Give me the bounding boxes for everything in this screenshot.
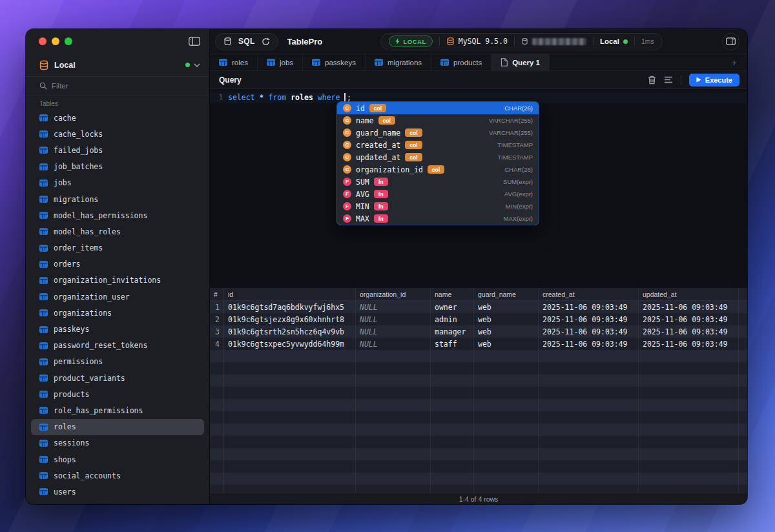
cell-updated_at[interactable]: 2025-11-06 09:03:49: [639, 301, 739, 313]
cell-num[interactable]: 4: [210, 338, 224, 350]
sidebar-item-products[interactable]: products: [31, 386, 204, 402]
cell-name[interactable]: owner: [431, 301, 474, 313]
cell-id[interactable]: 01k9c6gtsxpec5yvwydd64h99m: [224, 338, 356, 350]
column-header-name[interactable]: name: [431, 288, 474, 300]
tab-jobs[interactable]: jobs: [258, 54, 303, 70]
autocomplete-item-min[interactable]: FMINfnMIN(expr): [337, 200, 539, 212]
sidebar-item-permissions[interactable]: permissions: [31, 354, 204, 370]
autocomplete-item-guard_name[interactable]: Cguard_namecolVARCHAR(255): [337, 127, 539, 139]
refresh-icon[interactable]: [262, 37, 270, 46]
close-button[interactable]: [39, 37, 46, 45]
sidebar-item-passkeys[interactable]: passkeys: [31, 321, 204, 337]
column-header-guard_name[interactable]: guard_name: [474, 288, 539, 300]
autocomplete-item-updated_at[interactable]: Cupdated_atcolTIMESTAMP: [337, 151, 539, 163]
cell-organization_id[interactable]: NULL: [356, 338, 431, 350]
cell-created_at[interactable]: 2025-11-06 09:03:49: [539, 301, 639, 313]
tab-query-1[interactable]: Query 1: [491, 54, 550, 70]
format-lines-icon[interactable]: [664, 76, 673, 83]
sidebar-item-job_batches[interactable]: job_batches: [31, 159, 204, 175]
sidebar-item-cache[interactable]: cache: [31, 110, 204, 126]
table-icon: [39, 342, 48, 349]
cell-created_at[interactable]: 2025-11-06 09:03:49: [539, 313, 639, 325]
new-tab-button[interactable]: +: [721, 54, 747, 70]
sidebar-item-organizations[interactable]: organizations: [31, 305, 204, 321]
sql-editor[interactable]: 1 select*fromroleswhere; CidcolCHAR(26)C…: [210, 89, 747, 288]
cell-updated_at[interactable]: 2025-11-06 09:03:49: [639, 338, 739, 350]
cell-organization_id[interactable]: NULL: [356, 325, 431, 338]
cell-guard_name[interactable]: web: [474, 301, 539, 313]
execute-button[interactable]: Execute: [689, 74, 739, 87]
cell-id[interactable]: 01k9c6gtsd7aq6bdkvyfwj6hx5: [224, 301, 356, 313]
maximize-button[interactable]: [65, 37, 72, 45]
sidebar-item-model_has_permissions[interactable]: model_has_permissions: [31, 207, 204, 223]
column-header-created_at[interactable]: created_at: [539, 288, 639, 300]
sidebar-item-failed_jobs[interactable]: failed_jobs: [31, 142, 204, 158]
filter-input[interactable]: [52, 82, 168, 90]
autocomplete-item-created_at[interactable]: Ccreated_atcolTIMESTAMP: [337, 139, 539, 151]
table-row-4[interactable]: 401k9c6gtsxpec5yvwydd64h99mNULLstaffweb2…: [210, 338, 747, 350]
sidebar-item-model_has_roles[interactable]: model_has_roles: [31, 223, 204, 240]
sidebar-item-product_variants[interactable]: product_variants: [31, 370, 204, 386]
sidebar-item-social_accounts[interactable]: social_accounts: [31, 467, 204, 484]
autocomplete-item-max[interactable]: FMAXfnMAX(expr): [337, 212, 539, 225]
cell-updated_at[interactable]: 2025-11-06 09:03:49: [639, 325, 739, 338]
cell-organization_id[interactable]: NULL: [356, 301, 431, 313]
tab-passkeys[interactable]: passkeys: [303, 54, 366, 70]
cell-name[interactable]: admin: [431, 313, 474, 325]
empty-cell: [474, 485, 539, 493]
cell-num[interactable]: 3: [210, 325, 224, 338]
sidebar-toggle-left-icon[interactable]: [189, 37, 200, 46]
cell-guard_name[interactable]: web: [474, 338, 539, 350]
cell-organization_id[interactable]: NULL: [356, 313, 431, 325]
sidebar-item-users[interactable]: users: [31, 484, 204, 500]
sidebar-item-orders[interactable]: orders: [31, 256, 204, 272]
sidebar-item-jobs[interactable]: jobs: [31, 175, 204, 191]
sidebar-item-shops[interactable]: shops: [31, 451, 204, 467]
column-header-id[interactable]: id: [224, 288, 356, 300]
sidebar-item-sessions[interactable]: sessions: [31, 435, 204, 451]
cell-num[interactable]: 1: [210, 301, 224, 313]
trash-icon[interactable]: [648, 76, 656, 85]
tab-migrations[interactable]: migrations: [366, 54, 431, 70]
sidebar-item-password_reset_tokens[interactable]: password_reset_tokens: [31, 338, 204, 354]
env-badge[interactable]: LOCAL: [389, 36, 432, 47]
cell-num[interactable]: 2: [210, 313, 224, 325]
cell-created_at[interactable]: 2025-11-06 09:03:49: [539, 325, 639, 338]
tab-products[interactable]: products: [431, 54, 491, 70]
tab-roles[interactable]: roles: [210, 54, 258, 70]
column-header-num[interactable]: #: [210, 288, 224, 300]
cell-name[interactable]: staff: [431, 338, 474, 350]
sidebar-item-organization_user[interactable]: organization_user: [31, 289, 204, 305]
chevron-down-icon: [194, 63, 200, 67]
sidebar-item-organization_invitations[interactable]: organization_invitations: [31, 272, 204, 289]
minimize-button[interactable]: [52, 37, 59, 45]
table-row-1[interactable]: 101k9c6gtsd7aq6bdkvyfwj6hx5NULLownerweb2…: [210, 301, 747, 313]
column-kind-icon: C: [343, 128, 351, 137]
autocomplete-item-organization_id[interactable]: Corganization_idcolCHAR(26): [337, 163, 539, 176]
autocomplete-item-sum[interactable]: FSUMfnSUM(expr): [337, 176, 539, 188]
cell-name[interactable]: manager: [431, 325, 474, 338]
connection-selector[interactable]: Local: [26, 54, 209, 77]
cell-id[interactable]: 01k9c6gtsjezx8g9x60xhnhrt8: [224, 313, 356, 325]
sql-mode-button[interactable]: SQL: [238, 37, 255, 46]
cell-updated_at[interactable]: 2025-11-06 09:03:49: [639, 313, 739, 325]
sidebar-item-cache_locks[interactable]: cache_locks: [31, 126, 204, 142]
autocomplete-item-avg[interactable]: FAVGfnAVG(expr): [337, 188, 539, 200]
autocomplete-item-id[interactable]: CidcolCHAR(26): [337, 102, 539, 114]
sidebar-item-order_items[interactable]: order_items: [31, 240, 204, 256]
table-row-3[interactable]: 301k9c6gtsrth2sn5hcz6q4v9vbNULLmanagerwe…: [210, 325, 747, 338]
empty-cell: [224, 350, 356, 362]
table-name-label: passkeys: [54, 325, 89, 334]
sidebar-toggle-right-button[interactable]: [722, 33, 739, 50]
sidebar-item-roles[interactable]: roles: [31, 419, 204, 435]
column-header-organization_id[interactable]: organization_id: [356, 288, 431, 300]
cell-guard_name[interactable]: web: [474, 313, 539, 325]
cell-created_at[interactable]: 2025-11-06 09:03:49: [539, 338, 639, 350]
table-row-2[interactable]: 201k9c6gtsjezx8g9x60xhnhrt8NULLadminweb2…: [210, 313, 747, 325]
cell-guard_name[interactable]: web: [474, 325, 539, 338]
sidebar-item-migrations[interactable]: migrations: [31, 191, 204, 207]
cell-id[interactable]: 01k9c6gtsrth2sn5hcz6q4v9vb: [224, 325, 356, 338]
column-header-updated_at[interactable]: updated_at: [639, 288, 739, 300]
sidebar-item-role_has_permissions[interactable]: role_has_permissions: [31, 402, 204, 418]
autocomplete-item-name[interactable]: CnamecolVARCHAR(255): [337, 114, 539, 127]
